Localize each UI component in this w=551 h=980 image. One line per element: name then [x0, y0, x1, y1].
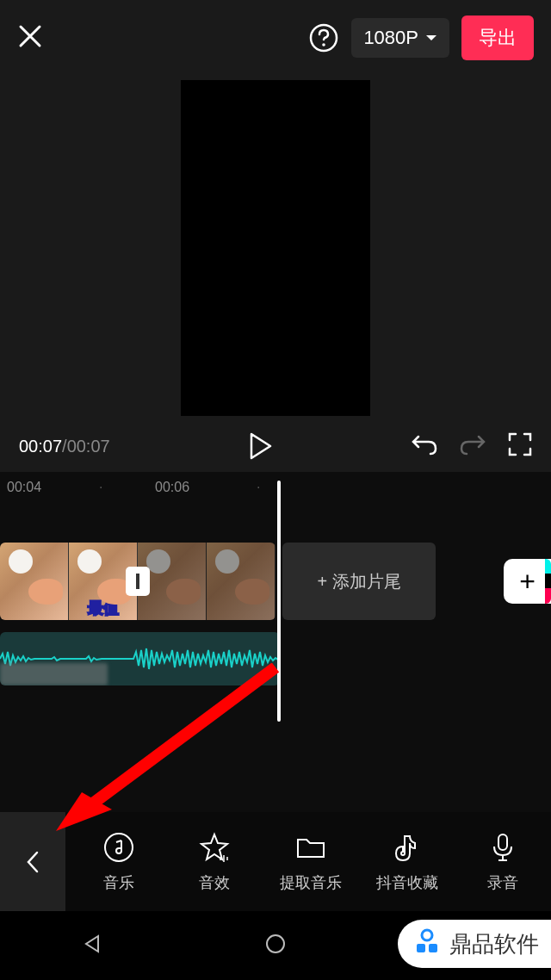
tool-record[interactable]: 录音 [455, 812, 551, 911]
svg-rect-2 [136, 574, 139, 589]
tool-label: 提取音乐 [280, 872, 342, 893]
close-button[interactable] [17, 23, 43, 53]
tool-sfx[interactable]: 音效 [167, 812, 263, 911]
resolution-label: 1080P [363, 27, 418, 49]
nav-home[interactable] [264, 933, 287, 958]
undo-button[interactable] [412, 433, 437, 459]
transition-icon [131, 572, 145, 591]
audio-label [0, 663, 108, 685]
help-button[interactable] [308, 22, 339, 53]
playhead[interactable] [277, 481, 281, 722]
header-bar: 1080P 导出 [0, 0, 551, 76]
add-clip-button[interactable]: + [504, 559, 551, 604]
svg-rect-9 [417, 944, 425, 952]
help-icon [308, 22, 339, 53]
tool-label: 抖音收藏 [376, 872, 438, 893]
clip-thumbnail [207, 543, 276, 620]
ruler-tick: 00:06 [155, 480, 189, 495]
timeline-ruler: 00:04 · 00:06 · [0, 472, 551, 503]
undo-icon [412, 433, 437, 456]
star-icon [198, 831, 231, 864]
redo-icon [460, 433, 486, 456]
triangle-back-icon [81, 933, 103, 955]
watermark-logo-icon [412, 928, 443, 959]
svg-rect-10 [429, 944, 437, 952]
video-track: 最值 + 添加片尾 + [0, 543, 551, 620]
circle-home-icon [264, 933, 287, 955]
fullscreen-icon [508, 432, 532, 456]
play-icon [249, 432, 273, 460]
resolution-selector[interactable]: 1080P [351, 18, 449, 58]
nav-back[interactable] [81, 933, 103, 958]
clip-thumbnail [0, 543, 69, 620]
watermark: 鼎品软件 [398, 920, 551, 968]
folder-icon [294, 831, 327, 864]
fullscreen-button[interactable] [508, 432, 532, 460]
tool-extract[interactable]: 提取音乐 [263, 812, 359, 911]
preview-area [0, 76, 551, 420]
transition-button[interactable] [126, 567, 150, 596]
audio-toolbar: 音乐 音效 提取音乐 抖音收藏 录音 [0, 812, 551, 911]
tool-music[interactable]: 音乐 [71, 812, 167, 911]
svg-rect-5 [498, 834, 507, 850]
close-icon [17, 23, 43, 49]
back-button[interactable] [0, 812, 65, 911]
add-clip-stripe [545, 559, 551, 604]
tool-label: 录音 [487, 872, 518, 893]
timecode: 00:07/00:07 [19, 437, 110, 456]
preview-canvas[interactable] [181, 80, 370, 416]
svg-point-1 [323, 43, 326, 47]
douyin-icon [391, 831, 424, 864]
chevron-left-icon [25, 849, 40, 875]
total-time: 00:07 [67, 437, 110, 456]
export-label: 导出 [479, 27, 517, 48]
tool-label: 音效 [199, 872, 230, 893]
current-time: 00:07 [19, 437, 62, 456]
tool-label: 音乐 [103, 872, 134, 893]
add-ending-button[interactable]: + 添加片尾 [282, 543, 436, 620]
watermark-text: 鼎品软件 [449, 929, 539, 959]
ruler-tick: 00:04 [7, 480, 41, 495]
music-icon [102, 831, 135, 864]
playback-bar: 00:07/00:07 [0, 420, 551, 472]
plus-icon: + [519, 566, 536, 598]
tool-douyin-fav[interactable]: 抖音收藏 [359, 812, 455, 911]
svg-point-8 [422, 930, 432, 940]
add-ending-label: + 添加片尾 [317, 570, 400, 593]
svg-point-6 [267, 935, 284, 952]
play-button[interactable] [249, 432, 273, 460]
timeline-area[interactable]: 00:04 · 00:06 · 最值 + 添加片尾 + [0, 472, 551, 812]
mic-icon [486, 831, 519, 864]
chevron-down-icon [425, 34, 437, 42]
redo-button[interactable] [460, 433, 486, 459]
audio-clip[interactable] [0, 632, 280, 685]
export-button[interactable]: 导出 [461, 16, 534, 60]
